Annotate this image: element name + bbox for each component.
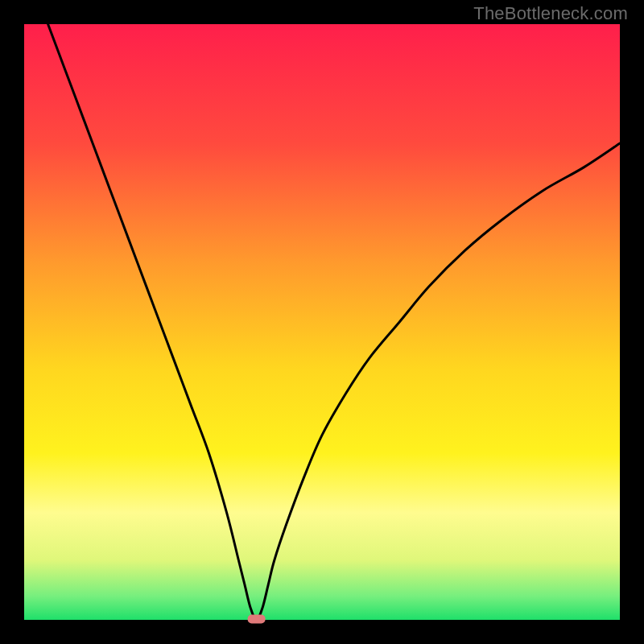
minimum-marker <box>248 615 266 624</box>
chart-frame: TheBottleneck.com <box>0 0 644 644</box>
plot-area <box>24 24 620 620</box>
bottleneck-chart <box>0 0 644 644</box>
watermark-text: TheBottleneck.com <box>473 3 628 24</box>
